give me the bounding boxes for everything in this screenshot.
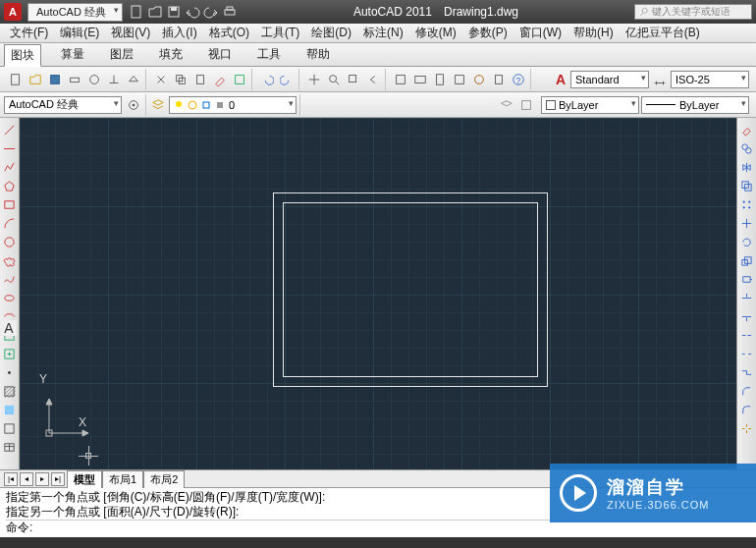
fillet-icon[interactable] (739, 402, 755, 417)
drawing-canvas[interactable]: Y X (20, 118, 736, 469)
paste-icon[interactable] (191, 71, 209, 88)
3ddwf-icon[interactable] (125, 71, 142, 88)
polygon-icon[interactable] (2, 178, 18, 193)
explode-icon[interactable] (739, 420, 755, 436)
tab-hatch[interactable]: 填充 (153, 44, 189, 65)
dimstyle-icon[interactable] (651, 71, 669, 88)
linetype-dropdown[interactable]: ByLayer (641, 96, 749, 114)
dimstyle-dropdown[interactable]: ISO-25 (671, 71, 749, 88)
polyline-icon[interactable] (2, 159, 18, 175)
tab-quantity[interactable]: 算量 (55, 44, 90, 65)
tab-nav-last[interactable]: ▸| (51, 472, 65, 486)
revcloud-icon[interactable] (2, 252, 18, 268)
qat-print-icon[interactable] (222, 4, 238, 20)
layer-dropdown[interactable]: 0 (169, 96, 297, 114)
quickcalc-icon[interactable] (490, 71, 508, 88)
new-icon[interactable] (7, 71, 25, 88)
block-editor-icon[interactable] (231, 71, 248, 88)
offset-icon[interactable] (739, 178, 755, 193)
qat-redo-icon[interactable] (203, 4, 219, 20)
copy-obj-icon[interactable] (739, 140, 755, 156)
tab-block[interactable]: 图块 (4, 44, 41, 67)
stretch-icon[interactable] (739, 271, 755, 287)
ellipse-icon[interactable] (2, 290, 18, 305)
markup-icon[interactable] (470, 71, 488, 88)
color-dropdown[interactable]: ByLayer (541, 96, 639, 114)
zoom-window-icon[interactable] (345, 71, 362, 88)
qat-undo-icon[interactable] (185, 4, 200, 20)
tab-layout2[interactable]: 布局2 (143, 470, 185, 488)
break-at-point-icon[interactable] (739, 327, 755, 343)
arc-icon[interactable] (2, 215, 18, 231)
properties-icon[interactable] (392, 71, 409, 88)
plot-preview-icon[interactable] (85, 71, 103, 88)
layer-state-icon[interactable] (517, 96, 535, 114)
sheet-set-icon[interactable] (451, 71, 468, 88)
table-icon[interactable] (2, 439, 18, 455)
print-icon[interactable] (66, 71, 83, 88)
layer-prev-icon[interactable] (497, 96, 514, 114)
tab-nav-next[interactable]: ▸ (35, 472, 49, 486)
break-icon[interactable] (739, 346, 755, 361)
mirror-icon[interactable] (739, 159, 755, 175)
rotate-icon[interactable] (739, 234, 755, 249)
menu-file[interactable]: 文件(F) (4, 25, 54, 41)
mtext-icon[interactable]: A (1, 320, 17, 336)
tab-model[interactable]: 模型 (67, 470, 102, 488)
menu-window[interactable]: 窗口(W) (513, 25, 567, 41)
erase-icon[interactable] (739, 122, 755, 137)
rectangle-icon[interactable] (2, 196, 18, 212)
menu-help[interactable]: 帮助(H) (567, 25, 620, 41)
qat-save-icon[interactable] (166, 4, 182, 20)
command-input[interactable] (36, 521, 750, 535)
tab-layout1[interactable]: 布局1 (102, 470, 143, 488)
save-icon[interactable] (46, 71, 64, 88)
design-center-icon[interactable] (411, 71, 429, 88)
menu-edit[interactable]: 编辑(E) (54, 25, 105, 41)
layer-properties-icon[interactable] (149, 96, 167, 114)
pan-icon[interactable] (305, 71, 323, 88)
undo-icon[interactable] (258, 71, 276, 88)
line-icon[interactable] (2, 122, 18, 137)
menu-ebd[interactable]: 亿把豆平台(B) (620, 25, 706, 41)
tab-tools[interactable]: 工具 (251, 44, 287, 65)
trim-icon[interactable] (739, 290, 755, 305)
workspace-dropdown-2[interactable]: AutoCAD 经典 (4, 96, 122, 114)
spline-icon[interactable] (2, 271, 18, 287)
menu-parametric[interactable]: 参数(P) (462, 25, 513, 41)
extend-icon[interactable] (739, 308, 755, 324)
menu-insert[interactable]: 插入(I) (156, 25, 202, 41)
tab-layer[interactable]: 图层 (104, 44, 139, 65)
redo-icon[interactable] (278, 71, 296, 88)
circle-icon[interactable] (2, 234, 18, 249)
workspace-settings-icon[interactable] (125, 96, 142, 114)
join-icon[interactable] (739, 364, 755, 380)
matchprop-icon[interactable] (211, 71, 229, 88)
xline-icon[interactable] (2, 140, 18, 156)
zoom-icon[interactable] (325, 71, 343, 88)
tab-nav-first[interactable]: |◂ (4, 472, 18, 486)
tool-palettes-icon[interactable] (431, 71, 449, 88)
publish-icon[interactable] (105, 71, 123, 88)
menu-view[interactable]: 视图(V) (105, 25, 156, 41)
help-icon[interactable]: ? (510, 71, 527, 88)
menu-tools[interactable]: 工具(T) (255, 25, 305, 41)
move-icon[interactable] (739, 215, 755, 231)
array-icon[interactable] (739, 196, 755, 212)
menu-draw[interactable]: 绘图(D) (305, 25, 357, 41)
workspace-dropdown[interactable]: AutoCAD 经典 (27, 3, 123, 22)
make-block-icon[interactable] (2, 346, 18, 361)
region-icon[interactable] (2, 420, 18, 436)
tab-help[interactable]: 帮助 (300, 44, 336, 65)
hatch-icon[interactable] (2, 383, 18, 399)
help-search[interactable]: 键入关键字或短语 (634, 4, 752, 20)
menu-dimension[interactable]: 标注(N) (357, 25, 409, 41)
cut-icon[interactable] (152, 71, 170, 88)
scale-icon[interactable] (739, 252, 755, 268)
tab-nav-prev[interactable]: ◂ (20, 472, 33, 486)
menu-modify[interactable]: 修改(M) (409, 25, 462, 41)
chamfer-icon[interactable] (739, 383, 755, 399)
gradient-icon[interactable] (2, 402, 18, 417)
tab-viewport[interactable]: 视口 (202, 44, 238, 65)
zoom-prev-icon[interactable] (364, 71, 382, 88)
